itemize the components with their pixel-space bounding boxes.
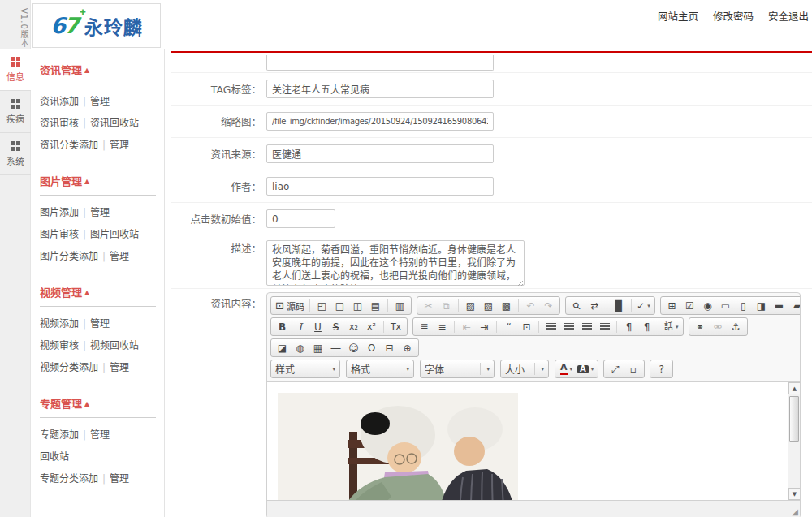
- sidebar-link[interactable]: 管理: [90, 429, 110, 441]
- sidebar-link[interactable]: 管理: [90, 318, 110, 330]
- font-combo[interactable]: 字体▾: [420, 360, 495, 378]
- sidebar-section-title[interactable]: 视频管理▲: [40, 279, 156, 304]
- checkbox-button[interactable]: ☑: [681, 298, 698, 313]
- source-button[interactable]: ⊡源码: [274, 298, 306, 313]
- special-char-button[interactable]: Ω: [363, 340, 380, 355]
- templates-button[interactable]: ▥: [391, 298, 408, 313]
- text-color-button[interactable]: A▾: [558, 361, 575, 377]
- align-right-button[interactable]: [578, 319, 595, 334]
- hr-button[interactable]: ―: [327, 340, 344, 355]
- bold-button[interactable]: B: [274, 319, 291, 334]
- sidebar-link[interactable]: 图片添加: [40, 207, 79, 218]
- div-button[interactable]: ⊡: [518, 319, 535, 334]
- sidebar-link[interactable]: 管理: [110, 362, 129, 373]
- align-left-button[interactable]: [542, 319, 559, 334]
- language-button[interactable]: 話▾: [663, 319, 680, 334]
- sidebar-link[interactable]: 管理: [110, 140, 129, 151]
- superscript-button[interactable]: x²: [363, 319, 380, 334]
- page-break-button[interactable]: ⊟: [381, 340, 398, 355]
- topbar-link[interactable]: 网站主页: [658, 8, 698, 24]
- topbar-link[interactable]: 安全退出: [768, 8, 809, 24]
- bg-color-button[interactable]: A▾: [576, 361, 595, 377]
- table-button[interactable]: ▦: [309, 340, 326, 355]
- indent-button[interactable]: ⇥: [476, 319, 493, 334]
- iframe-button[interactable]: ⊕: [399, 340, 416, 355]
- underline-button[interactable]: U: [309, 319, 326, 334]
- select-field-button[interactable]: ◨: [753, 298, 770, 313]
- sidebar-link[interactable]: 图片分类添加: [40, 251, 98, 262]
- sidebar-link[interactable]: 视频添加: [40, 318, 79, 330]
- strike-button[interactable]: S: [327, 319, 344, 334]
- preview-button[interactable]: ◫: [349, 298, 366, 313]
- sidebar-link[interactable]: 管理: [110, 251, 129, 262]
- unlink-button[interactable]: ⚮: [710, 319, 727, 334]
- about-button[interactable]: ?: [653, 361, 670, 377]
- bidi-rtl-button[interactable]: ¶: [638, 319, 655, 334]
- textarea-button[interactable]: ▯: [735, 298, 752, 313]
- paste-button[interactable]: ▨: [462, 298, 479, 313]
- sidebar-link[interactable]: 图片回收站: [90, 229, 139, 240]
- numbered-list-button[interactable]: ≣: [416, 319, 433, 334]
- sidebar-section-title[interactable]: 专题管理▲: [40, 390, 156, 416]
- clicks-input[interactable]: [266, 209, 335, 228]
- sidebar-link[interactable]: 资讯回收站: [90, 118, 139, 129]
- save-button[interactable]: ◰: [313, 298, 330, 313]
- sidebar-link[interactable]: 资讯分类添加: [40, 140, 98, 151]
- format-combo[interactable]: 格式▾: [346, 360, 414, 378]
- cut-button[interactable]: ✂: [420, 298, 437, 313]
- author-input[interactable]: [266, 177, 494, 196]
- sidebar-link[interactable]: 管理: [110, 473, 129, 485]
- flash-button[interactable]: ◍: [292, 340, 309, 355]
- link-button[interactable]: ⚭: [692, 319, 709, 334]
- show-blocks-button[interactable]: ▫: [624, 361, 641, 377]
- editor-resize-grip[interactable]: ◢: [792, 508, 798, 516]
- find-button[interactable]: ⚲: [568, 298, 585, 313]
- form-button[interactable]: ⊞: [663, 298, 680, 313]
- image-button-button[interactable]: ▰: [788, 298, 801, 313]
- scrollbar-thumb[interactable]: [789, 396, 799, 442]
- styles-combo[interactable]: 样式▾: [270, 360, 340, 378]
- rail-item-system[interactable]: 系统: [0, 133, 31, 175]
- tag-input[interactable]: [266, 80, 494, 98]
- italic-button[interactable]: I: [292, 319, 309, 334]
- new-page-button[interactable]: □: [331, 298, 348, 313]
- maximize-button[interactable]: ⤢: [607, 361, 624, 377]
- align-justify-button[interactable]: [596, 319, 613, 334]
- rail-item-info[interactable]: 信息: [0, 49, 31, 91]
- paste-text-button[interactable]: ▧: [480, 298, 497, 313]
- radio-button[interactable]: ◉: [699, 298, 716, 313]
- sidebar-link[interactable]: 专题添加: [40, 429, 79, 441]
- outdent-button[interactable]: ⇤: [458, 319, 475, 334]
- editor-scrollbar[interactable]: ▲ ▼: [788, 382, 800, 500]
- size-combo[interactable]: 大小▾: [500, 360, 549, 378]
- scroll-up-button[interactable]: ▲: [788, 382, 800, 394]
- redo-button[interactable]: ↷: [540, 298, 557, 313]
- topbar-link[interactable]: 修改密码: [713, 8, 754, 24]
- sidebar-link[interactable]: 资讯添加: [40, 96, 79, 107]
- subscript-button[interactable]: x₂: [345, 319, 362, 334]
- copy-button[interactable]: ⧉: [438, 298, 455, 313]
- sidebar-link[interactable]: 管理: [90, 96, 110, 107]
- sidebar-section-title[interactable]: 资讯管理▲: [40, 57, 156, 82]
- sidebar-link[interactable]: 视频审核: [40, 340, 79, 351]
- blockquote-button[interactable]: “: [500, 319, 517, 334]
- editor-content-area[interactable]: ▲ ▼: [267, 381, 800, 500]
- select-all-button[interactable]: ▉: [611, 298, 628, 313]
- sidebar-link[interactable]: 资讯审核: [40, 118, 79, 129]
- scroll-down-button[interactable]: ▼: [788, 488, 800, 500]
- image-button[interactable]: ◪: [274, 340, 291, 355]
- button-button[interactable]: ▬: [771, 298, 788, 313]
- sidebar-link[interactable]: 回收站: [40, 451, 69, 463]
- anchor-button[interactable]: ⚓: [728, 319, 745, 334]
- replace-button[interactable]: ⇄: [586, 298, 603, 313]
- sidebar-link[interactable]: 管理: [90, 207, 110, 218]
- remove-format-button[interactable]: Tx: [387, 319, 404, 334]
- paste-word-button[interactable]: ▩: [498, 298, 515, 313]
- rail-item-disease[interactable]: 疾病: [0, 91, 31, 133]
- source-input[interactable]: [266, 144, 494, 163]
- sidebar-link[interactable]: 视频分类添加: [40, 362, 98, 373]
- sidebar-link[interactable]: 视频回收站: [90, 340, 139, 351]
- text-field-button[interactable]: ▭: [717, 298, 734, 313]
- partial-input[interactable]: [266, 55, 494, 71]
- sidebar-link[interactable]: 专题分类添加: [40, 473, 98, 485]
